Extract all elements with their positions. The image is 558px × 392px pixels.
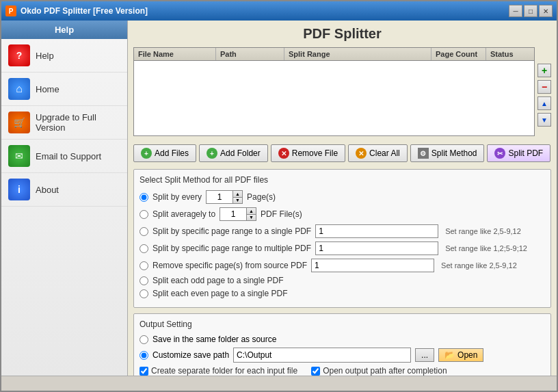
split-averagely-pre: Split averagely to — [152, 209, 215, 219]
split-pdf-label: Split PDF — [508, 148, 543, 158]
split-multiple-input[interactable] — [315, 241, 438, 255]
add-files-label: Add Files — [155, 148, 189, 158]
email-icon: ✉ — [8, 145, 30, 167]
split-method-label: Split Method — [431, 148, 477, 158]
split-single-input[interactable] — [315, 224, 438, 238]
even-page-label: Split each even page to a single PDF — [152, 289, 287, 298]
odd-page-row: Split each odd page to a single PDF — [140, 276, 545, 285]
open-output-checkbox[interactable] — [311, 367, 320, 376]
panel-title: PDF Splitter — [133, 26, 551, 42]
split-multiple-radio[interactable] — [140, 244, 148, 253]
upgrade-icon: 🛒 — [8, 112, 30, 133]
split-every-down[interactable]: ▼ — [233, 198, 242, 204]
restore-button[interactable]: □ — [524, 5, 537, 17]
sidebar-upgrade-label: Upgrade to Full Version — [36, 112, 120, 133]
add-folder-label: Add Folder — [220, 148, 261, 158]
split-single-radio[interactable] — [140, 227, 148, 236]
add-folder-icon: + — [207, 148, 217, 159]
odd-page-label: Split each odd page to a single PDF — [152, 276, 283, 285]
browse-button[interactable]: ... — [415, 348, 434, 362]
add-folder-button[interactable]: + Add Folder — [199, 144, 268, 162]
help-icon: ? — [8, 44, 30, 66]
split-single-hint: Set range like 2,5-9,12 — [445, 227, 521, 235]
sidebar-help-label: Help — [36, 51, 54, 61]
open-button-label: Open — [457, 350, 477, 360]
output-section-title: Output Setting — [140, 319, 545, 329]
close-button[interactable]: ✕ — [539, 5, 553, 17]
same-folder-radio[interactable] — [140, 335, 148, 344]
sidebar-item-home[interactable]: ⌂ Home — [1, 73, 127, 106]
right-panel: PDF Splitter File Name Path Split Range … — [128, 21, 557, 376]
split-every-radio[interactable] — [140, 193, 148, 202]
about-icon: i — [8, 179, 30, 200]
move-up-button[interactable]: ▲ — [537, 96, 551, 110]
split-pdf-button[interactable]: ✂ Split PDF — [487, 144, 550, 162]
separate-folder-checkbox[interactable] — [140, 367, 148, 376]
split-every-row: Split by every ▲ ▼ Page(s) — [140, 190, 545, 204]
even-page-radio[interactable] — [140, 289, 148, 298]
folder-open-icon: 📂 — [444, 350, 455, 360]
split-averagely-post: PDF File(s) — [261, 209, 302, 219]
split-single-row: Split by specific page range to a single… — [140, 224, 545, 238]
remove-file-button[interactable]: ✕ Remove File — [271, 144, 345, 162]
split-method-button[interactable]: ⚙ Split Method — [410, 144, 485, 162]
same-folder-row: Save in the same folder as source — [140, 335, 545, 344]
minimize-button[interactable]: ─ — [509, 5, 522, 17]
separate-folder-text: Create separate folder for each input fi… — [151, 366, 297, 376]
split-method-icon: ⚙ — [418, 148, 429, 159]
split-every-input[interactable] — [206, 190, 233, 204]
sidebar-item-upgrade[interactable]: 🛒 Upgrade to Full Version — [1, 106, 127, 140]
remove-specific-label: Remove specific page(s) from source PDF — [152, 261, 307, 270]
remove-specific-radio[interactable] — [140, 261, 148, 270]
split-multiple-hint: Set range like 1,2;5-9;12 — [445, 244, 527, 252]
clear-all-label: Clear All — [369, 148, 400, 158]
remove-specific-input[interactable] — [311, 259, 434, 272]
split-averagely-input[interactable] — [220, 207, 247, 221]
sidebar-home-label: Home — [36, 84, 59, 94]
checkbox-row: Create separate folder for each input fi… — [140, 366, 545, 376]
title-bar-buttons: ─ □ ✕ — [509, 5, 553, 17]
odd-page-radio[interactable] — [140, 276, 148, 285]
col-pagecount: Page Count — [431, 48, 486, 60]
split-averagely-down[interactable]: ▼ — [247, 215, 256, 221]
custom-path-radio[interactable] — [140, 351, 148, 360]
remove-specific-row: Remove specific page(s) from source PDF … — [140, 259, 545, 272]
split-every-post: Page(s) — [247, 192, 276, 202]
open-button[interactable]: 📂 Open — [438, 348, 483, 362]
file-list-wrapper: File Name Path Split Range Page Count St… — [133, 47, 551, 140]
clear-all-icon: ✕ — [356, 148, 367, 159]
add-files-icon: + — [141, 148, 152, 159]
sidebar-email-label: Email to Support — [36, 151, 101, 161]
col-splitrange: Split Range — [284, 48, 431, 60]
remove-file-label: Remove File — [292, 148, 338, 158]
action-buttons: + Add Files + Add Folder ✕ Remove File ✕… — [133, 144, 551, 162]
split-averagely-row: Split averagely to ▲ ▼ PDF File(s) — [140, 207, 545, 221]
split-averagely-up[interactable]: ▲ — [247, 208, 256, 215]
file-list-body — [134, 61, 534, 129]
app-icon: P — [5, 5, 16, 16]
split-averagely-radio[interactable] — [140, 210, 148, 219]
separate-folder-label: Create separate folder for each input fi… — [140, 366, 297, 376]
output-section: Output Setting Save in the same folder a… — [133, 313, 551, 376]
col-path: Path — [216, 48, 284, 60]
split-section-title: Select Split Method for all PDF files — [140, 175, 545, 185]
remove-specific-hint: Set range like 2,5-9,12 — [441, 261, 517, 270]
remove-row-button[interactable]: − — [537, 80, 551, 94]
file-list-side-buttons: + − ▲ ▼ — [537, 47, 551, 140]
clear-all-button[interactable]: ✕ Clear All — [348, 144, 408, 162]
sidebar-about-label: About — [36, 185, 59, 195]
custom-path-label: Customize save path — [152, 350, 229, 360]
home-icon: ⌂ — [8, 78, 30, 100]
add-files-button[interactable]: + Add Files — [133, 144, 196, 162]
sidebar-item-email[interactable]: ✉ Email to Support — [1, 140, 127, 173]
move-down-button[interactable]: ▼ — [537, 113, 551, 127]
sidebar-item-help[interactable]: ? Help — [1, 39, 127, 73]
even-page-row: Split each even page to a single PDF — [140, 289, 545, 298]
col-filename: File Name — [134, 48, 216, 60]
output-path-input[interactable] — [233, 348, 411, 363]
same-folder-label: Save in the same folder as source — [152, 335, 276, 344]
sidebar-item-about[interactable]: i About — [1, 173, 127, 207]
add-row-button[interactable]: + — [537, 64, 551, 77]
split-every-up[interactable]: ▲ — [233, 191, 242, 198]
file-list: File Name Path Split Range Page Count St… — [133, 47, 535, 136]
